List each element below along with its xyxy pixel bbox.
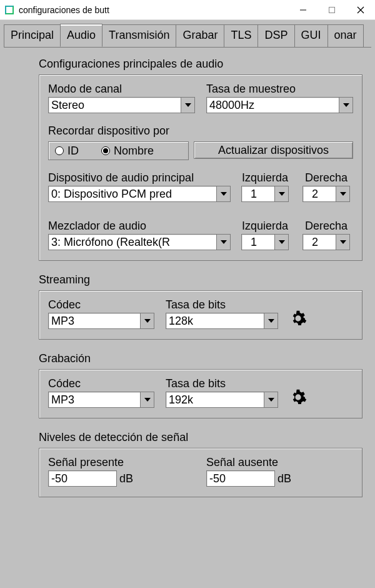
group-recording: Grabación Códec MP3 Tasa de bits 192k bbox=[39, 352, 362, 418]
channel-mode-select[interactable]: Stereo bbox=[48, 97, 195, 113]
group-streaming: Streaming Códec MP3 Tasa de bits 128k bbox=[39, 273, 362, 340]
primary-device-select[interactable]: 0: Dispositivo PCM pred bbox=[48, 186, 231, 202]
signal-absent-input[interactable]: -50 bbox=[206, 470, 275, 487]
chevron-down-icon bbox=[264, 313, 278, 328]
minimize-button[interactable] bbox=[289, 0, 318, 19]
recording-settings-button[interactable] bbox=[289, 388, 307, 408]
sample-rate-label: Tasa de muestreo bbox=[206, 83, 353, 96]
tab-grabar[interactable]: Grabar bbox=[176, 24, 224, 47]
primary-right-label: Derecha bbox=[299, 171, 353, 185]
chevron-down-icon bbox=[336, 235, 349, 250]
signal-absent-value: -50 bbox=[209, 472, 226, 485]
chevron-down-icon bbox=[274, 186, 288, 201]
tab-strip: Principal Audio Transmisión Grabar TLS D… bbox=[0, 20, 375, 47]
primary-right-select[interactable]: 2 bbox=[302, 186, 350, 202]
chevron-down-icon bbox=[274, 235, 288, 250]
recording-bitrate-value: 192k bbox=[169, 393, 193, 407]
signal-absent-label: Señal ausente bbox=[206, 456, 353, 469]
group-signal-frame: Señal presente -50 dB Señal ausente bbox=[39, 448, 362, 497]
chevron-down-icon bbox=[339, 98, 352, 113]
mixer-left-label: Izquierda bbox=[238, 220, 292, 233]
tab-panel-audio: Configuraciones principales de audio Mod… bbox=[4, 47, 371, 497]
group-main-audio: Configuraciones principales de audio Mod… bbox=[39, 58, 362, 261]
streaming-settings-button[interactable] bbox=[289, 310, 307, 329]
recording-bitrate-select[interactable]: 192k bbox=[166, 392, 278, 408]
title-bar: configuraciones de butt bbox=[0, 0, 375, 20]
chevron-down-icon bbox=[264, 392, 278, 407]
tab-principal[interactable]: Principal bbox=[4, 24, 61, 47]
signal-present-input[interactable]: -50 bbox=[48, 470, 117, 487]
close-button[interactable] bbox=[346, 0, 375, 19]
tab-gui[interactable]: GUI bbox=[294, 24, 328, 47]
chevron-down-icon bbox=[216, 186, 230, 201]
streaming-codec-select[interactable]: MP3 bbox=[48, 313, 154, 329]
remember-id-radio[interactable]: ID bbox=[55, 144, 79, 158]
primary-right-value: 2 bbox=[306, 188, 318, 201]
mixer-value: 3: Micrófono (Realtek(R bbox=[51, 236, 170, 249]
window-title: configuraciones de butt bbox=[19, 5, 289, 15]
group-streaming-frame: Códec MP3 Tasa de bits 128k bbox=[39, 290, 362, 340]
group-streaming-title: Streaming bbox=[39, 273, 362, 286]
primary-device-value: 0: Dispositivo PCM pred bbox=[51, 188, 172, 201]
streaming-bitrate-label: Tasa de bits bbox=[166, 298, 278, 312]
recording-codec-label: Códec bbox=[48, 377, 154, 390]
mixer-select[interactable]: 3: Micrófono (Realtek(R bbox=[48, 234, 231, 250]
primary-device-label: Dispositivo de audio principal bbox=[48, 171, 231, 185]
radio-dot-icon bbox=[55, 146, 64, 155]
app-icon bbox=[5, 6, 14, 14]
streaming-codec-value: MP3 bbox=[51, 315, 74, 328]
group-main-audio-frame: Modo de canal Stereo Tasa de muestreo 48… bbox=[39, 74, 362, 261]
window-controls bbox=[289, 0, 375, 19]
signal-present-value: -50 bbox=[51, 472, 68, 485]
chevron-down-icon bbox=[216, 235, 230, 250]
gear-icon bbox=[289, 388, 307, 406]
group-signal-title: Niveles de detección de señal bbox=[39, 431, 362, 444]
radio-dot-icon bbox=[101, 146, 110, 155]
maximize-button[interactable] bbox=[318, 0, 346, 19]
tab-dsp[interactable]: DSP bbox=[258, 24, 294, 47]
group-recording-title: Grabación bbox=[39, 352, 362, 365]
primary-left-select[interactable]: 1 bbox=[241, 186, 289, 202]
main-area: Principal Audio Transmisión Grabar TLS D… bbox=[0, 20, 375, 588]
mixer-right-value: 2 bbox=[306, 236, 318, 249]
mixer-left-select[interactable]: 1 bbox=[241, 234, 289, 250]
channel-mode-label: Modo de canal bbox=[48, 83, 195, 96]
signal-present-label: Señal presente bbox=[48, 456, 195, 469]
chevron-down-icon bbox=[140, 392, 154, 407]
streaming-bitrate-select[interactable]: 128k bbox=[166, 313, 278, 329]
minimize-icon bbox=[299, 6, 307, 14]
mixer-left-value: 1 bbox=[244, 236, 257, 249]
chevron-down-icon bbox=[181, 98, 194, 113]
remember-id-label: ID bbox=[68, 144, 79, 158]
mixer-label: Mezclador de audio bbox=[48, 220, 231, 233]
close-icon bbox=[357, 6, 364, 14]
svg-rect-1 bbox=[329, 7, 335, 13]
primary-left-value: 1 bbox=[244, 188, 257, 201]
chevron-down-icon bbox=[140, 313, 154, 328]
streaming-codec-label: Códec bbox=[48, 298, 154, 312]
tab-tls[interactable]: TLS bbox=[224, 24, 258, 47]
gear-icon bbox=[289, 310, 307, 327]
remember-device-radio-group: ID Nombre bbox=[48, 141, 189, 160]
channel-mode-value: Stereo bbox=[51, 99, 84, 112]
update-devices-button[interactable]: Actualizar dispositivos bbox=[194, 141, 353, 159]
streaming-bitrate-value: 128k bbox=[169, 315, 193, 328]
remember-name-radio[interactable]: Nombre bbox=[101, 144, 154, 158]
tab-audio[interactable]: Audio bbox=[60, 24, 102, 47]
group-signal: Niveles de detección de señal Señal pres… bbox=[39, 431, 362, 497]
db-unit: dB bbox=[119, 472, 133, 485]
recording-codec-select[interactable]: MP3 bbox=[48, 392, 154, 408]
sample-rate-value: 48000Hz bbox=[209, 99, 254, 112]
mixer-right-select[interactable]: 2 bbox=[302, 234, 350, 250]
db-unit: dB bbox=[278, 472, 291, 485]
group-recording-frame: Códec MP3 Tasa de bits 192k bbox=[39, 369, 362, 418]
maximize-icon bbox=[328, 6, 336, 14]
remember-name-label: Nombre bbox=[114, 144, 154, 158]
remember-device-label: Recordar dispositivo por bbox=[48, 124, 353, 138]
group-main-audio-title: Configuraciones principales de audio bbox=[39, 58, 362, 71]
sample-rate-select[interactable]: 48000Hz bbox=[206, 97, 353, 113]
tab-transmision[interactable]: Transmisión bbox=[102, 24, 176, 47]
mixer-right-label: Derecha bbox=[299, 220, 353, 233]
tab-partial[interactable]: onar bbox=[328, 24, 364, 47]
chevron-down-icon bbox=[336, 186, 349, 201]
